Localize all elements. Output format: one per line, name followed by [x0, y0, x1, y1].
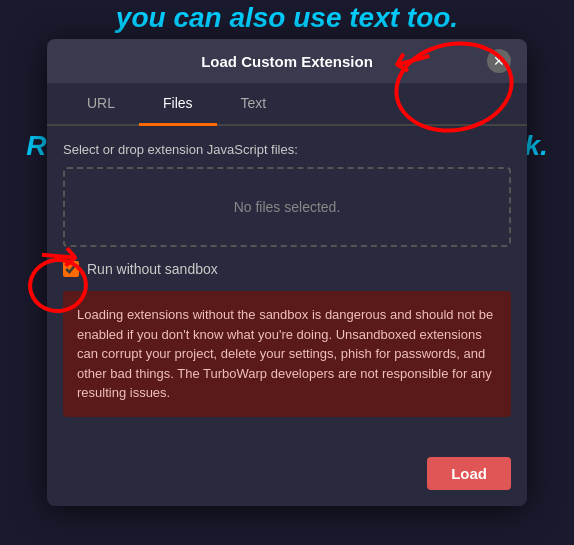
tab-bar: URL Files Text: [47, 83, 527, 126]
tab-files[interactable]: Files: [139, 83, 217, 126]
sandbox-checkbox-label: Run without sandbox: [87, 261, 218, 277]
bg-annotation-top: you can also use text too.: [0, 0, 574, 34]
modal-footer: Load: [47, 447, 527, 506]
modal-body: Select or drop extension JavaScript file…: [47, 126, 527, 447]
modal-title: Load Custom Extension: [87, 53, 487, 70]
sandbox-checkbox-row: Run without sandbox: [63, 261, 511, 277]
load-button[interactable]: Load: [427, 457, 511, 490]
drop-zone-text: No files selected.: [234, 199, 341, 215]
warning-box: Loading extensions without the sandbox i…: [63, 291, 511, 417]
warning-text: Loading extensions without the sandbox i…: [77, 305, 497, 403]
sandbox-checkbox[interactable]: [63, 261, 79, 277]
tab-url[interactable]: URL: [63, 83, 139, 126]
drop-label: Select or drop extension JavaScript file…: [63, 142, 511, 157]
modal-header: Load Custom Extension ✕: [47, 39, 527, 83]
tab-text[interactable]: Text: [217, 83, 291, 126]
close-button[interactable]: ✕: [487, 49, 511, 73]
drop-zone[interactable]: No files selected.: [63, 167, 511, 247]
load-extension-modal: Load Custom Extension ✕ URL Files Text S…: [47, 39, 527, 506]
